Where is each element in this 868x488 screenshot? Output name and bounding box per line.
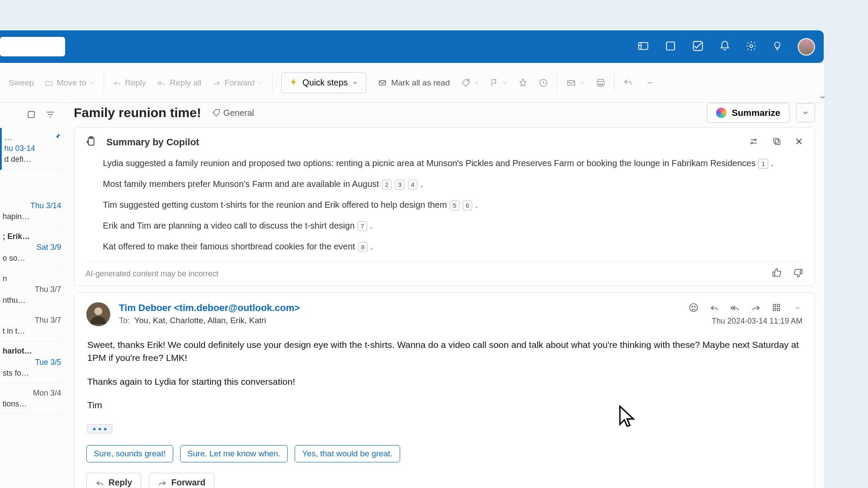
svg-rect-0 xyxy=(639,42,648,49)
select-mode-icon[interactable] xyxy=(26,110,36,121)
svg-point-17 xyxy=(754,139,756,141)
sweep-button[interactable]: Sweep xyxy=(9,78,34,88)
svg-rect-19 xyxy=(775,140,780,144)
summary-line: Tim suggested getting custom t-shirts fo… xyxy=(103,199,803,211)
reading-pane: Family reunion time! General Summarize S… xyxy=(64,103,824,488)
svg-rect-1 xyxy=(667,42,675,50)
citation-badge[interactable]: 1 xyxy=(758,159,768,169)
svg-rect-10 xyxy=(598,84,602,86)
print-button[interactable] xyxy=(596,78,605,88)
suggested-replies: Sure, sounds great!Sure. Let me know whe… xyxy=(86,445,802,462)
svg-rect-27 xyxy=(777,305,780,307)
svg-point-25 xyxy=(694,306,695,307)
filter-icon[interactable] xyxy=(46,110,55,121)
lightbulb-icon[interactable] xyxy=(772,40,783,53)
citation-badge[interactable]: 4 xyxy=(408,180,418,190)
svg-point-11 xyxy=(648,82,648,83)
tag-button[interactable] xyxy=(461,78,479,88)
citation-badge[interactable]: 6 xyxy=(463,200,472,210)
svg-point-22 xyxy=(94,307,102,315)
svg-rect-20 xyxy=(774,138,779,143)
suggested-reply-pill[interactable]: Sure, sounds great! xyxy=(86,445,173,462)
sender-avatar[interactable] xyxy=(86,302,110,326)
more-button[interactable] xyxy=(644,80,656,85)
svg-point-12 xyxy=(649,82,650,83)
avatar[interactable] xyxy=(798,38,815,56)
reply-all-icon[interactable] xyxy=(730,303,740,314)
list-item[interactable]: Thu 3/7 t in t… xyxy=(0,311,64,341)
forward-button[interactable]: Forward xyxy=(212,78,263,88)
thumbs-up-icon[interactable] xyxy=(772,268,782,280)
list-item[interactable]: Mon 3/4 tions… xyxy=(0,383,64,414)
command-toolbar: Sweep Move to Reply Reply all Forward Qu… xyxy=(0,63,824,103)
copilot-summary-card: Summary by Copilot Lydia suggested a fam… xyxy=(74,127,815,286)
svg-point-18 xyxy=(751,142,753,144)
citation-badge[interactable]: 2 xyxy=(382,180,391,190)
top-header-bar xyxy=(0,30,824,63)
expand-actions-button[interactable] xyxy=(796,103,815,122)
reply-icon[interactable] xyxy=(710,303,719,314)
mark-all-read-button[interactable]: Mark all as read xyxy=(377,78,450,88)
teams-icon[interactable] xyxy=(637,40,649,54)
summarize-button[interactable]: Summarize xyxy=(707,103,789,123)
message-list-panel: …hu 03-14d defi… Thu 3/14 hapin… ; Erik…… xyxy=(0,103,64,488)
svg-point-5 xyxy=(467,80,468,82)
citation-badge[interactable]: 3 xyxy=(395,180,404,190)
citation-badge[interactable]: 8 xyxy=(358,242,368,252)
list-item[interactable]: harlot… Tue 3/5 sts fo… xyxy=(0,341,64,383)
list-item[interactable]: n Thu 3/7 nthu… xyxy=(0,269,64,311)
snooze-button[interactable] xyxy=(539,78,548,88)
svg-rect-8 xyxy=(598,79,603,82)
search-input[interactable] xyxy=(0,37,65,56)
message-body: Sweet, thanks Erik! We could definitely … xyxy=(86,338,802,436)
suggested-reply-pill[interactable]: Sure. Let me know when. xyxy=(180,445,288,462)
svg-rect-14 xyxy=(28,111,35,118)
expand-quoted-icon[interactable]: • • • xyxy=(87,424,112,434)
svg-rect-29 xyxy=(777,308,780,311)
list-item[interactable]: Thu 3/14 hapin… xyxy=(0,196,64,227)
tune-icon[interactable] xyxy=(749,137,759,148)
apps-icon[interactable] xyxy=(772,303,781,314)
email-subject: Family reunion time! xyxy=(74,105,201,120)
react-icon[interactable] xyxy=(688,302,699,314)
svg-point-24 xyxy=(692,306,693,307)
settings-icon[interactable] xyxy=(746,40,757,53)
move-to-button[interactable]: Move to xyxy=(45,78,95,88)
summary-line: Kat offered to make their famous shortbr… xyxy=(103,240,803,252)
list-item[interactable]: …hu 03-14d defi… xyxy=(0,128,64,170)
svg-rect-4 xyxy=(379,81,386,85)
reply-bottom-button[interactable]: Reply xyxy=(86,473,141,488)
summary-line: Most family members prefer Munson's Farm… xyxy=(103,178,803,190)
suggested-reply-pill[interactable]: Yes, that would be great. xyxy=(295,445,400,462)
quick-steps-button[interactable]: Quick steps xyxy=(281,72,366,93)
summary-line: Erik and Tim are planning a video call t… xyxy=(103,219,803,232)
pin-button[interactable] xyxy=(518,78,528,88)
list-item[interactable]: ; Erik… Sat 3/9 o so… xyxy=(0,227,64,269)
undo-button[interactable] xyxy=(623,78,633,88)
svg-point-23 xyxy=(690,304,697,311)
reply-all-button[interactable]: Reply all xyxy=(157,78,201,88)
svg-point-30 xyxy=(796,308,796,308)
copy-icon[interactable] xyxy=(772,137,782,148)
thumbs-down-icon[interactable] xyxy=(793,268,803,280)
pin-icon xyxy=(53,132,61,143)
rules-button[interactable] xyxy=(566,78,585,88)
reply-button[interactable]: Reply xyxy=(113,78,146,88)
todo-icon[interactable] xyxy=(692,40,704,54)
ribbon-expand-icon[interactable] xyxy=(819,93,827,102)
citation-badge[interactable]: 7 xyxy=(358,221,367,231)
email-message: Tim Deboer <tim.deboer@outlook.com> To: … xyxy=(74,292,815,488)
forward-icon[interactable] xyxy=(751,303,761,314)
svg-point-3 xyxy=(750,44,753,47)
svg-rect-26 xyxy=(773,305,776,307)
close-icon[interactable] xyxy=(795,137,803,147)
svg-point-31 xyxy=(797,308,798,308)
bell-icon[interactable] xyxy=(719,40,730,53)
more-actions-icon[interactable] xyxy=(792,305,802,312)
flag-button[interactable] xyxy=(490,78,507,88)
onenote-icon[interactable] xyxy=(664,40,677,54)
category-tag[interactable]: General xyxy=(212,108,254,118)
sender-name[interactable]: Tim Deboer <tim.deboer@outlook.com> xyxy=(119,302,680,314)
forward-bottom-button[interactable]: Forward xyxy=(149,473,214,488)
citation-badge[interactable]: 5 xyxy=(450,200,459,210)
